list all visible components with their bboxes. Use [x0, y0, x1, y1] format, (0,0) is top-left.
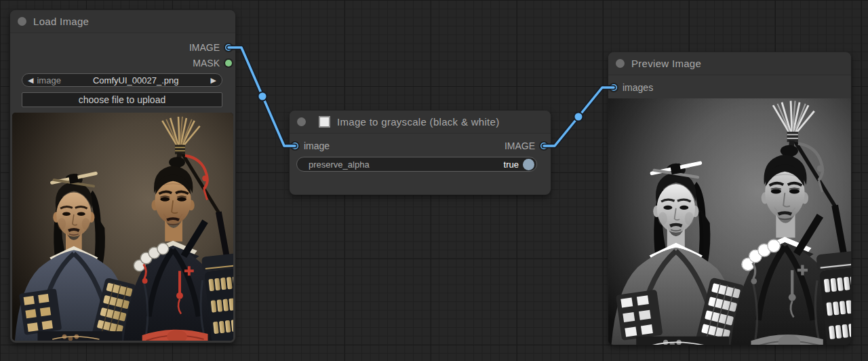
node-title: Image to grayscale (black & white): [337, 116, 499, 128]
output-label: MASK: [193, 58, 220, 69]
output-port-image[interactable]: [225, 44, 232, 51]
node-image-to-grayscale[interactable]: Image to grayscale (black & white) image…: [290, 111, 551, 195]
combo-prev-arrow-icon[interactable]: ◀: [28, 77, 33, 84]
output-label: IMAGE: [189, 42, 220, 53]
output-slot-mask: MASK: [10, 56, 232, 71]
toggle-value: true: [504, 159, 519, 170]
node-status-dot: [616, 59, 625, 68]
node-preview-image[interactable]: Preview Image images: [608, 52, 851, 345]
output-port-mask[interactable]: [225, 60, 232, 66]
preserve-alpha-toggle[interactable]: preserve_alpha true: [296, 157, 537, 172]
comfyui-graph-canvas[interactable]: { "canvas": { "bg_color": "#262626", "li…: [0, 0, 868, 361]
loaded-image-preview: [12, 113, 233, 341]
node-load-image[interactable]: Load Image IMAGE MASK ◀ image ComfyUI_00…: [10, 10, 235, 343]
link-midpoint-dot[interactable]: [574, 113, 583, 121]
choose-file-button[interactable]: choose file to upload: [22, 92, 222, 107]
preview-image-output: [608, 98, 851, 345]
node-preview-titlebar[interactable]: Preview Image: [608, 52, 851, 75]
output-label: IMAGE: [505, 140, 535, 151]
node-title: Preview Image: [631, 58, 701, 69]
node-status-dot: [18, 17, 26, 26]
input-label: images: [623, 82, 653, 93]
input-port-image[interactable]: [292, 142, 298, 149]
output-slot-image: IMAGE: [10, 40, 232, 55]
combo-next-arrow-icon[interactable]: ▶: [211, 77, 216, 84]
input-port-images[interactable]: [610, 84, 617, 91]
toggle-name: preserve_alpha: [309, 159, 504, 170]
slot-row: image IMAGE: [292, 138, 547, 153]
link-loadimage-to-grayscale: [229, 48, 295, 146]
node-title: Load Image: [33, 16, 89, 27]
toggle-knob[interactable]: [523, 159, 534, 170]
node-grayscale-titlebar[interactable]: Image to grayscale (black & white): [290, 111, 551, 134]
image-filename-combo[interactable]: ◀ image ComfyUI_00027_.png ▶: [22, 73, 222, 87]
output-port-image[interactable]: [540, 142, 547, 149]
link-midpoint-dot[interactable]: [258, 92, 267, 101]
node-load-image-titlebar[interactable]: Load Image: [10, 10, 235, 33]
input-slot-images: images: [610, 80, 653, 95]
combo-value: ComfyUI_00027_.png: [61, 75, 211, 86]
input-label: image: [304, 140, 330, 151]
custom-node-square-icon: [319, 116, 330, 128]
node-status-dot: [297, 117, 306, 126]
link-grayscale-to-preview: [544, 88, 614, 146]
combo-name: image: [37, 75, 60, 86]
